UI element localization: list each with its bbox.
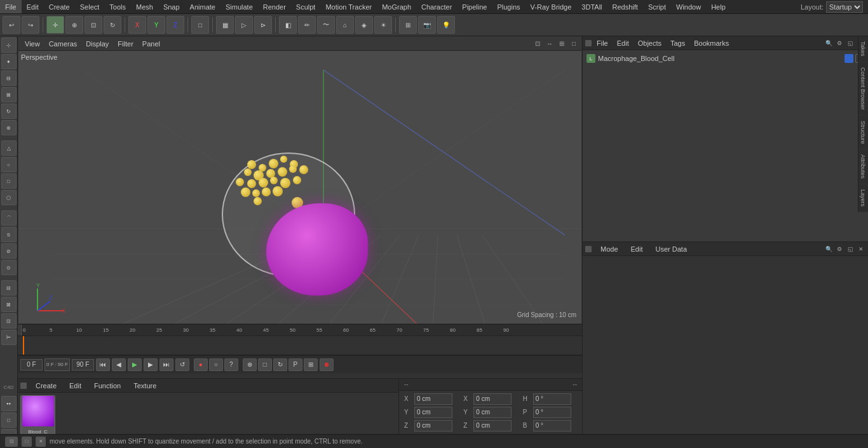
menu-window[interactable]: Window (671, 0, 706, 13)
left-tool-4[interactable]: ⊠ (1, 87, 17, 102)
menu-character[interactable]: Character (416, 0, 457, 13)
scale-tool-anim[interactable]: ↻ (273, 358, 287, 371)
z-axis[interactable]: Z (166, 16, 184, 34)
left-tool-2[interactable]: ✦ (1, 54, 17, 69)
keyframe-manual[interactable]: ○ (209, 358, 223, 371)
vp-menu-filter[interactable]: Filter (114, 39, 137, 49)
h-rot-input[interactable]: 0 ° (533, 393, 571, 405)
vp-menu-display[interactable]: Display (82, 39, 112, 49)
keyframe-auto[interactable]: ● (194, 358, 208, 371)
status-icon-2[interactable]: □ (22, 437, 32, 447)
move-tool[interactable]: ⊕ (65, 16, 83, 34)
deform-tool[interactable]: ⌂ (336, 16, 354, 34)
render-all[interactable]: ⊳ (254, 16, 272, 34)
left-tool-1[interactable]: ⊹ (1, 37, 17, 53)
vp-menu-cameras[interactable]: Cameras (45, 39, 81, 49)
obj-menu-edit[interactable]: Edit (613, 38, 633, 48)
frame-start-input[interactable]: 0 F (20, 359, 43, 370)
menu-select[interactable]: Select (75, 0, 105, 13)
select-tool[interactable]: ✛ (46, 16, 64, 34)
status-icon-3[interactable]: ✕ (36, 437, 46, 447)
play-button[interactable]: ▶ (128, 358, 142, 371)
scale-tool[interactable]: ⊡ (85, 16, 102, 34)
attr-close-icon[interactable]: ✕ (857, 245, 865, 254)
menu-mesh[interactable]: Mesh (131, 0, 158, 13)
grid-anim[interactable]: ⊞ (304, 358, 318, 371)
layout-dropdown[interactable]: Startup (826, 1, 863, 13)
vp-menu-panel[interactable]: Panel (139, 39, 164, 49)
obj-menu-objects[interactable]: Objects (634, 38, 665, 48)
menu-tools[interactable]: Tools (104, 0, 131, 13)
menu-vray[interactable]: V-Ray Bridge (526, 0, 577, 13)
menu-plugins[interactable]: Plugins (492, 0, 525, 13)
tab-attributes[interactable]: Attributes (858, 149, 867, 184)
mode-btn-1[interactable]: ●● (1, 396, 17, 411)
render-region[interactable]: ▦ (216, 16, 234, 34)
object-mode[interactable]: □ (191, 16, 209, 34)
left-tool-17[interactable]: ⊡ (1, 313, 17, 329)
menu-motion-tracker[interactable]: Motion Tracker (320, 0, 377, 13)
undo-button[interactable]: ↩ (3, 16, 20, 34)
attr-search-icon[interactable]: 🔍 (824, 245, 833, 254)
playhead[interactable] (23, 336, 24, 355)
rotate-tool[interactable]: ↻ (104, 16, 121, 34)
mat-menu-create[interactable]: Create (32, 381, 60, 391)
obj-menu-bookmarks[interactable]: Bookmarks (690, 38, 733, 48)
material-thumb[interactable]: Blood_C (20, 395, 55, 437)
mat-menu-function[interactable]: Function (90, 381, 125, 391)
menu-create[interactable]: Create (44, 0, 75, 13)
go-start-button[interactable]: ⏮ (96, 358, 110, 371)
menu-mograph[interactable]: MoGraph (377, 0, 416, 13)
left-tool-5[interactable]: ↻ (1, 104, 17, 119)
status-icon-1[interactable]: ⊡ (5, 437, 18, 447)
left-tool-3[interactable]: ⊟ (1, 71, 17, 86)
mode-btn-2[interactable]: □ (1, 412, 17, 428)
attr-settings-icon[interactable]: ⚙ (835, 245, 844, 254)
x-axis[interactable]: X (128, 16, 146, 34)
camera-tool[interactable]: ◈ (355, 16, 373, 34)
current-frame-display[interactable]: 0 F (18, 325, 22, 336)
obj-search-icon[interactable]: 🔍 (824, 39, 833, 48)
keyframe-help[interactable]: ? (224, 358, 238, 371)
move-tool-anim[interactable]: ⊕ (243, 358, 257, 371)
spline-tool[interactable]: 〜 (317, 16, 335, 34)
menu-help[interactable]: Help (706, 0, 731, 13)
left-tool-18[interactable]: ⊢ (1, 330, 17, 345)
left-tool-13[interactable]: ⊘ (1, 243, 17, 259)
tab-content-browser[interactable]: Content Browser (858, 62, 867, 116)
menu-redshift[interactable]: Redshift (607, 0, 643, 13)
redo-button[interactable]: ↪ (22, 16, 39, 34)
object-row-macrophage[interactable]: L Macrophage_Blood_Cell ⚙ (583, 51, 868, 65)
left-tool-16[interactable]: ⊠ (1, 297, 17, 312)
obj-settings-icon[interactable]: ⚙ (835, 39, 844, 48)
left-tool-12[interactable]: S (1, 227, 17, 242)
attr-menu-userdata[interactable]: User Data (652, 244, 691, 254)
obj-color-blue[interactable] (844, 54, 853, 63)
go-end-button[interactable]: ⏭ (159, 358, 173, 371)
y-size-input[interactable]: 0 cm (473, 407, 512, 418)
attr-expand-icon[interactable]: ◱ (846, 245, 855, 254)
vp-menu-view[interactable]: View (21, 39, 44, 49)
vp-icon-3[interactable]: ⊞ (557, 39, 567, 49)
left-tool-7[interactable]: △ (1, 140, 17, 156)
menu-snap[interactable]: Snap (158, 0, 185, 13)
tab-structure[interactable]: Structure (858, 116, 867, 150)
menu-pipeline[interactable]: Pipeline (457, 0, 492, 13)
z-pos-input[interactable]: 0 cm (414, 420, 452, 431)
x-size-input[interactable]: 0 cm (473, 393, 512, 405)
left-tool-10[interactable]: ⬡ (1, 190, 17, 205)
vp-icon-4[interactable]: □ (569, 39, 579, 49)
z-size-input[interactable]: 0 cm (473, 420, 512, 431)
param-tool-anim[interactable]: P (288, 358, 302, 371)
tab-layers[interactable]: Layers (858, 184, 867, 212)
render-view[interactable]: ▷ (235, 16, 253, 34)
timeline-track[interactable] (18, 336, 582, 355)
menu-simulate[interactable]: Simulate (220, 0, 258, 13)
attr-menu-edit[interactable]: Edit (627, 244, 647, 254)
y-axis[interactable]: Y (147, 16, 165, 34)
left-tool-8[interactable]: ○ (1, 157, 17, 172)
left-tool-6[interactable]: ⊛ (1, 120, 17, 135)
y-pos-input[interactable]: 0 cm (414, 407, 452, 418)
obj-menu-tags[interactable]: Tags (667, 38, 689, 48)
menu-animate[interactable]: Animate (185, 0, 220, 13)
